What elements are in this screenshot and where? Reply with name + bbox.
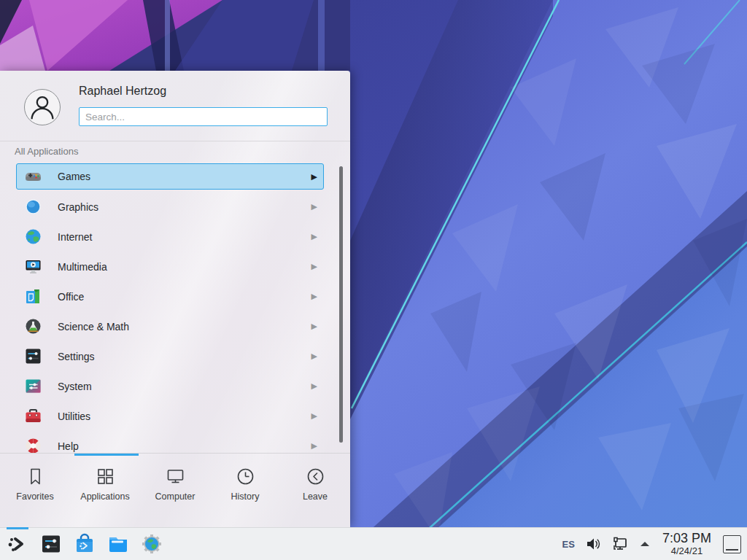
tab-leave[interactable]: Leave <box>280 456 350 527</box>
menu-item-help[interactable]: Help ▶ <box>16 431 324 453</box>
tab-label: Applications <box>80 491 129 502</box>
discover-store-icon <box>74 533 96 555</box>
grid-icon <box>96 467 115 486</box>
browser-globe-gear-icon <box>141 533 163 555</box>
taskbar-launchers <box>0 532 163 556</box>
tab-label: Leave <box>303 491 328 502</box>
flask-icon <box>25 318 42 335</box>
documents-icon <box>25 288 42 305</box>
digital-clock[interactable]: 7:03 PM 4/24/21 <box>662 532 711 556</box>
menu-item-internet[interactable]: Internet ▶ <box>16 222 324 252</box>
monitor-play-icon <box>25 258 42 275</box>
menu-item-games[interactable]: Games ▶ <box>16 163 324 190</box>
network-icon[interactable] <box>611 535 629 553</box>
tab-label: History <box>231 491 260 502</box>
file-manager-button[interactable] <box>107 532 129 556</box>
menu-item-label: Graphics <box>58 201 98 213</box>
launcher-tab-bar: Favorites Applications Computer <box>0 456 350 527</box>
user-avatar <box>24 89 61 125</box>
menu-item-label: Multimedia <box>58 261 107 273</box>
show-desktop-button[interactable] <box>723 535 741 553</box>
system-settings-button[interactable] <box>40 532 62 556</box>
menu-item-label: Internet <box>58 231 92 243</box>
menu-item-utilities[interactable]: Utilities ▶ <box>16 401 324 431</box>
tab-applications[interactable]: Applications <box>70 456 140 527</box>
taskbar-panel: ES <box>0 527 747 560</box>
volume-icon[interactable] <box>585 536 601 552</box>
sphere-icon <box>25 198 42 215</box>
expand-tray-caret-icon[interactable] <box>639 540 651 548</box>
system-settings-icon <box>40 533 62 555</box>
menu-item-system[interactable]: System ▶ <box>16 371 324 401</box>
user-icon <box>25 90 60 125</box>
tab-bar-divider <box>0 453 350 454</box>
menu-item-office[interactable]: Office ▶ <box>16 281 324 311</box>
kde-launcher-icon <box>7 533 28 555</box>
submenu-arrow-icon: ▶ <box>311 322 317 331</box>
monitor-icon <box>166 467 185 486</box>
keyboard-layout-indicator[interactable]: ES <box>562 539 575 550</box>
section-label: All Applications <box>15 146 78 157</box>
web-browser-button[interactable] <box>141 532 163 556</box>
submenu-arrow-icon: ▶ <box>311 411 317 421</box>
menu-item-label: Games <box>58 171 90 182</box>
tab-label: Computer <box>155 491 196 502</box>
search-input[interactable] <box>79 107 328 126</box>
header-divider <box>0 141 350 141</box>
menu-item-multimedia[interactable]: Multimedia ▶ <box>16 252 324 281</box>
kde-launcher-button[interactable] <box>7 532 28 556</box>
submenu-arrow-icon: ▶ <box>311 351 317 361</box>
submenu-arrow-icon: ▶ <box>311 292 317 301</box>
tab-label: Favorites <box>16 491 53 502</box>
menu-item-label: System <box>58 381 92 392</box>
submenu-arrow-icon: ▶ <box>311 441 317 451</box>
submenu-arrow-icon: ▶ <box>311 262 317 271</box>
menu-item-graphics[interactable]: Graphics ▶ <box>16 192 324 222</box>
menu-item-label: Office <box>58 291 84 303</box>
submenu-arrow-icon: ▶ <box>311 202 317 211</box>
globe-icon <box>25 228 42 245</box>
menu-item-label: Help <box>58 440 79 452</box>
menu-item-label: Science & Math <box>58 321 129 332</box>
toolbox-icon <box>25 408 42 424</box>
menu-item-label: Settings <box>58 351 95 362</box>
submenu-arrow-icon: ▶ <box>311 172 317 182</box>
tab-favorites[interactable]: Favorites <box>0 456 70 527</box>
launcher-header: Raphael Hertzog <box>0 71 350 141</box>
clock-date: 4/24/21 <box>662 546 711 556</box>
user-name: Raphael Hertzog <box>79 85 166 98</box>
leave-circle-icon <box>306 467 325 486</box>
menu-item-science-math[interactable]: Science & Math ▶ <box>16 311 324 341</box>
scrollbar[interactable] <box>339 166 343 443</box>
application-category-list: Games ▶ Graphics ▶ Intern <box>0 162 350 453</box>
tab-computer[interactable]: Computer <box>140 456 210 527</box>
active-app-indicator <box>7 527 28 529</box>
gamepad-icon <box>25 168 42 185</box>
discover-store-button[interactable] <box>74 532 96 556</box>
system-sliders-icon <box>25 378 42 394</box>
tab-history[interactable]: History <box>210 456 280 527</box>
menu-item-label: Utilities <box>58 411 90 422</box>
clock-icon <box>236 467 255 486</box>
submenu-arrow-icon: ▶ <box>311 232 317 241</box>
folder-icon <box>107 533 129 555</box>
submenu-arrow-icon: ▶ <box>311 381 317 391</box>
application-launcher-menu: Raphael Hertzog All Applications Games ▶ <box>0 71 350 527</box>
lifebuoy-icon <box>25 438 42 453</box>
system-tray: ES <box>562 532 747 556</box>
desktop: Raphael Hertzog All Applications Games ▶ <box>0 0 747 560</box>
sliders-icon <box>25 348 42 365</box>
clock-time: 7:03 PM <box>662 532 711 546</box>
menu-item-settings[interactable]: Settings ▶ <box>16 341 324 371</box>
bookmark-icon <box>26 467 45 486</box>
